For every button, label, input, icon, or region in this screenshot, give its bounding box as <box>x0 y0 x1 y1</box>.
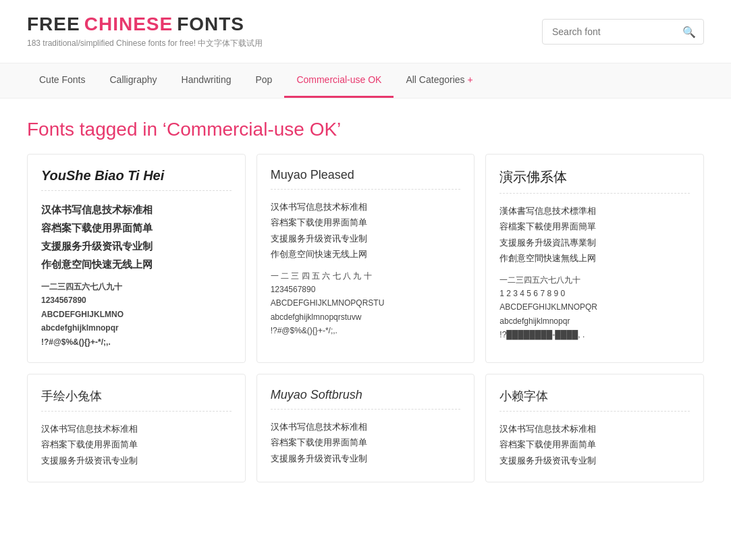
font-card-yanshi: 演示佛系体 漢体書写信息技术標準相容檔案下載使用界面簡單支援服务升级資訊專業制作… <box>485 154 704 363</box>
font-card-youshe: YouShe Biao Ti Hei 汉体书写信息技术标准相容档案下载使用界面简… <box>27 154 246 363</box>
main-nav: Cute Fonts Calligraphy Handwriting Pop C… <box>0 63 731 99</box>
font-preview-yanshi: 漢体書写信息技术標準相容檔案下載使用界面簡單支援服务升级資訊專業制作創意空間快速… <box>499 193 690 342</box>
logo-free: FREE <box>27 13 80 35</box>
nav-pop[interactable]: Pop <box>243 63 284 98</box>
font-preview-muyao-pleased: 汉体书写信息技术标准相容档案下载使用界面简单支援服务升级资讯专业制作创意空间快速… <box>271 189 461 338</box>
logo: FREE CHINESE FONTS <box>27 13 263 35</box>
search-icon[interactable]: 🔍 <box>682 25 696 38</box>
font-card-xiaotu: 手绘小兔体 汉体书写信息技术标准相容档案下载使用界面简单支援服务升级资讯专业制 <box>27 374 246 482</box>
preview-chinese-muyao-softbrush: 汉体书写信息技术标准相容档案下载使用界面简单支援服务升级资讯专业制 <box>271 419 461 466</box>
nav-handwriting[interactable]: Handwriting <box>169 63 244 98</box>
preview-numbers-youshe: 一二三四五六七八九十 1234567890 ABCDEFGHIJKLMNO ab… <box>41 280 232 349</box>
font-name-youshe: YouShe Biao Ti Hei <box>41 168 232 184</box>
font-grid: YouShe Biao Ti Hei 汉体书写信息技术标准相容档案下载使用界面简… <box>0 154 731 509</box>
nav-commercial-use[interactable]: Commercial-use OK <box>284 63 394 98</box>
logo-chinese: CHINESE <box>84 13 173 35</box>
page-title-highlight: Commercial-use OK <box>167 119 337 140</box>
preview-chinese-yanshi: 漢体書写信息技术標準相容檔案下載使用界面簡單支援服务升级資訊專業制作創意空間快速… <box>499 203 690 267</box>
preview-chinese-youshe: 汉体书写信息技术标准相容档案下载使用界面简单支援服务升级资讯专业制作创意空间快速… <box>41 200 232 273</box>
search-input[interactable] <box>542 19 704 45</box>
font-card-muyao-softbrush: Muyao Softbrush 汉体书写信息技术标准相容档案下载使用界面简单支援… <box>256 374 475 482</box>
page-title-after: ’ <box>337 119 341 140</box>
preview-chinese-xiaotu: 汉体书写信息技术标准相容档案下载使用界面简单支援服务升级资讯专业制 <box>41 421 232 468</box>
font-preview-muyao-softbrush: 汉体书写信息技术标准相容档案下载使用界面简单支援服务升级资讯专业制 <box>271 409 461 466</box>
page-title: Fonts tagged in ‘Commercial-use OK’ <box>0 99 731 154</box>
font-preview-youshe: 汉体书写信息技术标准相容档案下载使用界面简单支援服务升级资讯专业制作创意空间快速… <box>41 190 232 349</box>
font-card-xiaolai: 小赖字体 汉体书写信息技术标准相容档案下载使用界面简单支援服务升级资讯专业制 <box>485 374 704 482</box>
search-box: 🔍 <box>542 19 704 45</box>
font-preview-xiaolai: 汉体书写信息技术标准相容档案下载使用界面简单支援服务升级资讯专业制 <box>499 411 690 468</box>
font-name-yanshi: 演示佛系体 <box>499 168 690 186</box>
nav-plus-icon: + <box>467 74 472 85</box>
font-name-xiaolai: 小赖字体 <box>499 388 690 404</box>
font-preview-xiaotu: 汉体书写信息技术标准相容档案下载使用界面简单支援服务升级资讯专业制 <box>41 411 232 468</box>
preview-numbers-muyao-pleased: 一 二 三 四 五 六 七 八 九 十 1234567890 ABCDEFGHI… <box>271 269 461 338</box>
site-header: FREE CHINESE FONTS 183 traditional/simpl… <box>0 0 731 63</box>
page-title-before: Fonts tagged in ‘ <box>27 119 167 140</box>
font-card-muyao-pleased: Muyao Pleased 汉体书写信息技术标准相容档案下载使用界面简单支援服务… <box>256 154 475 363</box>
preview-numbers-yanshi: 一二三四五六七八九十 1 2 3 4 5 6 7 8 9 0 ABCDEFGHI… <box>499 273 690 342</box>
font-name-muyao-softbrush: Muyao Softbrush <box>271 388 461 402</box>
font-name-xiaotu: 手绘小兔体 <box>41 388 232 404</box>
site-tagline: 183 traditional/simplified Chinese fonts… <box>27 38 263 49</box>
nav-calligraphy[interactable]: Calligraphy <box>97 63 169 98</box>
logo-area: FREE CHINESE FONTS 183 traditional/simpl… <box>27 13 263 49</box>
preview-chinese-muyao-pleased: 汉体书写信息技术标准相容档案下载使用界面简单支援服务升级资讯专业制作创意空间快速… <box>271 199 461 262</box>
nav-cute-fonts[interactable]: Cute Fonts <box>27 63 97 98</box>
nav-all-categories[interactable]: All Categories + <box>394 63 485 98</box>
preview-chinese-xiaolai: 汉体书写信息技术标准相容档案下载使用界面简单支援服务升级资讯专业制 <box>499 421 690 468</box>
logo-fonts: FONTS <box>177 13 244 35</box>
font-name-muyao-pleased: Muyao Pleased <box>271 168 461 182</box>
